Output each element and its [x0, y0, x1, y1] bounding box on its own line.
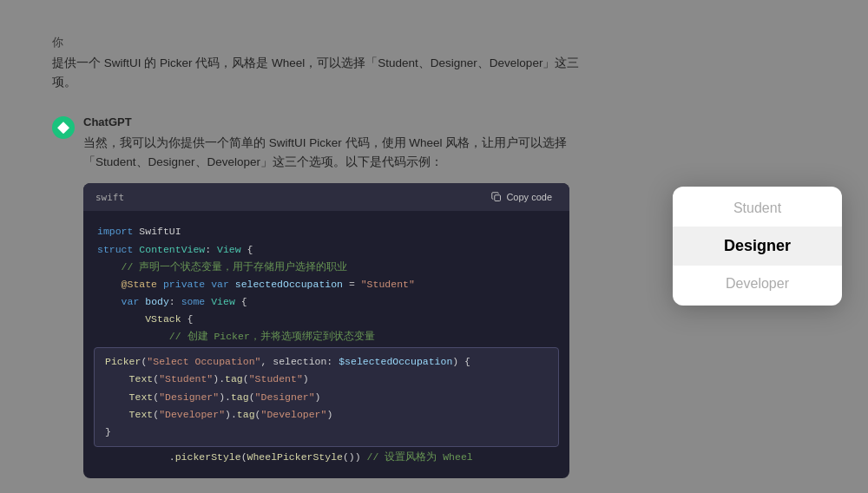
code-language: swift — [95, 192, 124, 203]
code-block: swift Copy code import SwiftUI struct Co… — [83, 183, 569, 478]
picker-item-designer[interactable]: Designer — [673, 227, 842, 266]
code-header: swift Copy code — [83, 183, 569, 211]
picker-item-student[interactable]: Student — [673, 187, 842, 227]
svg-rect-0 — [495, 195, 501, 201]
picker-item-developer[interactable]: Developer — [673, 266, 842, 306]
chatgpt-avatar — [52, 116, 75, 139]
chatgpt-content: ChatGPT 当然，我可以为你提供一个简单的 SwiftUI Picker 代… — [83, 115, 582, 478]
wheel-picker[interactable]: Student Designer Developer — [673, 187, 842, 306]
code-body: import SwiftUI struct ContentView: View … — [83, 211, 569, 478]
chatgpt-message: ChatGPT 当然，我可以为你提供一个简单的 SwiftUI Picker 代… — [52, 115, 582, 478]
chatgpt-avatar-icon — [57, 122, 69, 134]
user-message: 你 提供一个 SwiftUI 的 Picker 代码，风格是 Wheel，可以选… — [52, 35, 582, 91]
copy-label: Copy code — [506, 192, 552, 202]
user-label: 你 — [52, 35, 582, 50]
user-message-text: 提供一个 SwiftUI 的 Picker 代码，风格是 Wheel，可以选择「… — [52, 54, 582, 91]
chatgpt-intro-text: 当然，我可以为你提供一个简单的 SwiftUI Picker 代码，使用 Whe… — [83, 134, 582, 171]
copy-icon — [491, 192, 502, 202]
chatgpt-label: ChatGPT — [83, 115, 582, 128]
highlighted-code-block: Picker("Select Occupation", selection: $… — [94, 347, 559, 447]
copy-button[interactable]: Copy code — [486, 190, 557, 204]
